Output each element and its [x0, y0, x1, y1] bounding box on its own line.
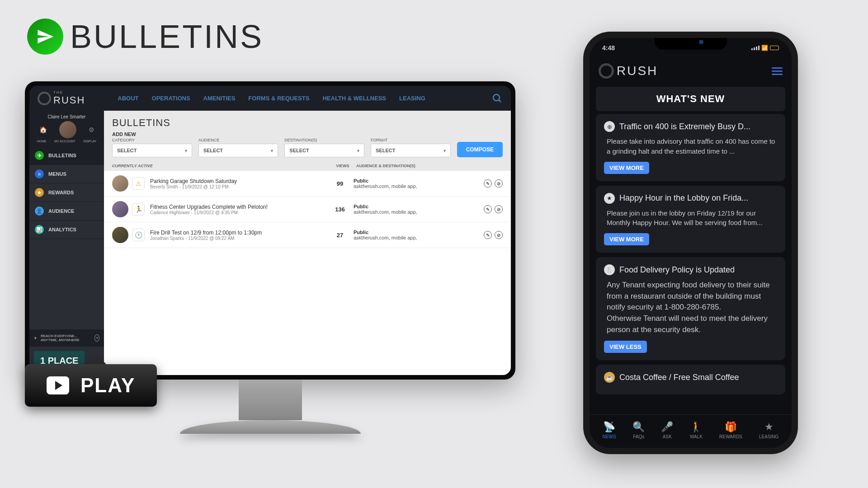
- nav-operations[interactable]: OPERATIONS: [146, 91, 196, 105]
- tab-faqs[interactable]: 🔍 FAQs: [633, 421, 645, 439]
- tab-news[interactable]: 📡 NEWS: [603, 421, 616, 439]
- author-avatar: [112, 175, 128, 192]
- th-audience: AUDIENCE & DESTINATION(S): [356, 164, 503, 168]
- desktop-monitor: THE RUSH ABOUT OPERATIONS AMENITIES FORM…: [25, 81, 515, 434]
- user-label-display[interactable]: DISPLAY: [83, 140, 96, 143]
- rush-logo[interactable]: THE RUSH: [38, 91, 85, 106]
- paper-plane-icon: ✈: [34, 336, 37, 340]
- category-badge-icon: ⚠: [132, 177, 145, 190]
- sidebar-item-audience[interactable]: 👤 AUDIENCE: [29, 202, 104, 221]
- tab-leasing[interactable]: ★ LEASING: [759, 421, 778, 439]
- star-icon: ★: [604, 193, 615, 204]
- destination-select[interactable]: SELECT: [284, 144, 364, 157]
- row-aud-label: Public: [354, 230, 484, 235]
- sidebar-item-menus[interactable]: ≡ MENUS: [29, 165, 104, 183]
- analytics-icon: 📊: [35, 225, 44, 234]
- user-label-home[interactable]: HOME: [37, 140, 47, 143]
- user-label-account[interactable]: MY ACCOUNT: [54, 140, 75, 143]
- row-aud-label: Public: [354, 204, 484, 209]
- table-row[interactable]: 🕐 Fire Drill Test on 12/9 from 12:00pm t…: [104, 222, 511, 248]
- status-time: 4:48: [602, 44, 615, 52]
- delete-icon[interactable]: ⊘: [495, 205, 503, 213]
- row-title: Fire Drill Test on 12/9 from 12:00pm to …: [150, 230, 326, 236]
- whats-new-title: WHAT'S NEW: [596, 87, 785, 111]
- search-icon: 🔍: [633, 421, 645, 433]
- row-views: 27: [326, 232, 354, 239]
- table-row[interactable]: 🏃 Fitness Center Upgrades Complete with …: [104, 197, 511, 222]
- tab-walk[interactable]: 🚶 WALK: [690, 421, 703, 439]
- author-avatar: [112, 201, 128, 217]
- delete-icon[interactable]: ⊘: [495, 231, 503, 239]
- user-name: Claire Lee Smarter: [33, 114, 100, 119]
- desktop-header: THE RUSH ABOUT OPERATIONS AMENITIES FORM…: [29, 86, 511, 111]
- news-card[interactable]: 🍴 Food Delivery Policy is Updated Any Te…: [596, 257, 785, 360]
- home-icon[interactable]: 🏠: [39, 126, 47, 133]
- filter-label-format: FORMAT: [371, 138, 451, 142]
- phone-logo-text: RUSH: [617, 64, 658, 78]
- bulletins-icon: ✈: [35, 151, 44, 160]
- sidebar-item-analytics[interactable]: 📊 ANALYTICS: [29, 221, 104, 239]
- nav-health[interactable]: HEALTH & WELLNESS: [317, 91, 392, 105]
- sidebar-item-rewards[interactable]: ★ REWARDS: [29, 183, 104, 202]
- user-panel: Claire Lee Smarter 🏠 ⚙ HOME MY ACCOUNT D…: [29, 111, 104, 146]
- news-card[interactable]: ☕ Costa Coffee / Free Small Coffee: [596, 365, 785, 394]
- battery-icon: [770, 46, 779, 50]
- signal-icon: [751, 46, 760, 50]
- main-title: BULLETINS: [112, 117, 503, 129]
- play-icon: [47, 376, 69, 394]
- compose-button[interactable]: COMPOSE: [457, 142, 503, 157]
- nav-about[interactable]: ABOUT: [112, 91, 144, 105]
- format-select[interactable]: SELECT: [371, 144, 451, 157]
- card-title: Costa Coffee / Free Small Coffee: [619, 373, 777, 382]
- edit-icon[interactable]: ✎: [484, 179, 492, 188]
- edit-icon[interactable]: ✎: [484, 205, 492, 213]
- play-button[interactable]: PLAY: [25, 364, 157, 407]
- view-more-button[interactable]: VIEW MORE: [604, 233, 649, 245]
- nav-leasing[interactable]: LEASING: [394, 91, 431, 105]
- view-more-button[interactable]: VIEW MORE: [604, 162, 649, 174]
- author-avatar: [112, 227, 128, 243]
- audience-select[interactable]: SELECT: [198, 144, 278, 157]
- desktop-main: BULLETINS ADD NEW CATEGORY SELECT AUDIEN…: [104, 111, 511, 375]
- logo-text: RUSH: [53, 94, 85, 106]
- category-badge-icon: 🏃: [132, 203, 145, 216]
- delete-icon[interactable]: ⊘: [495, 179, 503, 188]
- news-card[interactable]: ⊕ Traffic on 400 is Extremely Busy D... …: [596, 114, 785, 181]
- wifi-icon: 📶: [761, 45, 768, 51]
- sidebar-banner[interactable]: ✈ REACH EVERYONE... ANYTIME, ANYWHERE ?: [29, 329, 104, 347]
- logo-circle-icon: [38, 92, 51, 105]
- row-meta: Jonathan Sparks - 11/9/2022 @ 09:22 AM: [150, 236, 326, 241]
- news-card[interactable]: ★ Happy Hour in the Lobby on Frida... Pl…: [596, 186, 785, 253]
- play-label: PLAY: [80, 374, 135, 397]
- th-active: CURRENTLY ACTIVE: [112, 164, 329, 168]
- hamburger-icon[interactable]: [772, 67, 783, 75]
- logo-circle-icon: [599, 63, 614, 79]
- menus-icon: ≡: [35, 169, 44, 178]
- phone-rush-logo[interactable]: RUSH: [599, 63, 658, 79]
- phone-cards[interactable]: ⊕ Traffic on 400 is Extremely Busy D... …: [590, 114, 792, 414]
- svg-point-0: [493, 94, 500, 101]
- food-icon: 🍴: [604, 264, 615, 275]
- sidebar-item-bulletins[interactable]: ✈ BULLETINS: [29, 146, 104, 165]
- view-less-button[interactable]: VIEW LESS: [604, 341, 647, 353]
- row-aud-dest: asktherush.com, mobile app,: [354, 209, 484, 215]
- category-select[interactable]: SELECT: [112, 144, 192, 157]
- edit-icon[interactable]: ✎: [484, 231, 492, 239]
- phone-mockup: 4:48 📶 RUSH WHAT'S NEW ⊕: [583, 32, 798, 454]
- gear-icon[interactable]: ⚙: [89, 126, 94, 133]
- table-row[interactable]: ⚠ Parking Garage Shutdown Saturday Bever…: [104, 171, 511, 197]
- nav-forms[interactable]: FORMS & REQUESTS: [243, 91, 315, 105]
- nav-amenities[interactable]: AMENITIES: [198, 91, 241, 105]
- desktop-sidebar: Claire Lee Smarter 🏠 ⚙ HOME MY ACCOUNT D…: [29, 111, 104, 375]
- tab-rewards[interactable]: 🎁 REWARDS: [719, 421, 742, 439]
- desktop-nav: ABOUT OPERATIONS AMENITIES FORMS & REQUE…: [112, 91, 487, 105]
- tab-ask[interactable]: 🎤 ASK: [661, 421, 673, 439]
- paper-plane-icon: [27, 19, 63, 55]
- user-avatar[interactable]: [59, 121, 76, 138]
- news-icon: 📡: [604, 421, 615, 433]
- help-icon[interactable]: ?: [94, 334, 99, 342]
- row-views: 99: [326, 180, 354, 187]
- row-aud-label: Public: [354, 178, 484, 183]
- search-icon[interactable]: [492, 93, 503, 104]
- row-aud-dest: asktherush.com, mobile app,: [354, 183, 484, 189]
